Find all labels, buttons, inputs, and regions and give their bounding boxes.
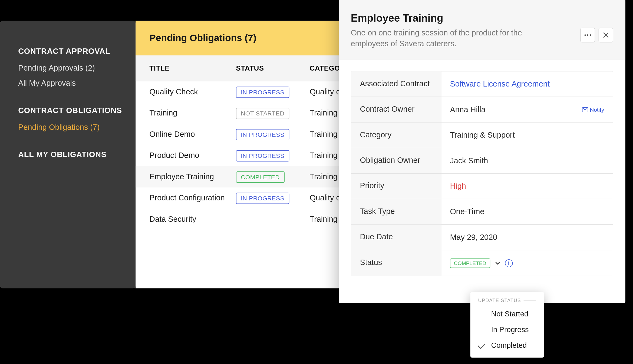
column-header-status: STATUS xyxy=(236,64,310,72)
status-badge: COMPLETED xyxy=(450,259,490,268)
detail-label: Task Type xyxy=(351,199,441,224)
detail-value: Jack Smith xyxy=(441,148,613,173)
status-badge: NOT STARTED xyxy=(236,108,289,119)
cell-status: IN PROGRESS xyxy=(236,129,310,140)
detail-row: StatusCOMPLETEDi xyxy=(351,250,613,276)
detail-value: May 29, 2020 xyxy=(441,225,613,250)
detail-row: Due DateMay 29, 2020 xyxy=(351,225,613,250)
cell-title: Quality Check xyxy=(149,87,236,97)
detail-panel: Employee Training One on one training se… xyxy=(339,0,625,303)
sidebar-section-all-my-obligations[interactable]: ALL MY OBLIGATIONS xyxy=(18,150,136,160)
sidebar-item-pending-obligations[interactable]: Pending Obligations (7) xyxy=(18,123,136,132)
close-icon xyxy=(603,32,609,38)
detail-row: Obligation OwnerJack Smith xyxy=(351,148,613,174)
cell-status: NOT STARTED xyxy=(236,108,310,119)
cell-status: IN PROGRESS xyxy=(236,150,310,161)
mail-icon xyxy=(582,107,588,112)
detail-row: PriorityHigh xyxy=(351,174,613,199)
detail-row: Task TypeOne-Time xyxy=(351,199,613,225)
status-badge: IN PROGRESS xyxy=(236,193,289,204)
detail-value: Anna HillaNotify xyxy=(441,97,613,122)
cell-title: Product Configuration xyxy=(149,194,236,203)
detail-row: Contract OwnerAnna HillaNotify xyxy=(351,97,613,123)
detail-label: Due Date xyxy=(351,225,441,250)
detail-title: Employee Training xyxy=(351,12,581,24)
detail-label: Associated Contract xyxy=(351,72,441,97)
detail-value[interactable]: Software License Agreement xyxy=(441,72,613,97)
detail-value: COMPLETEDi xyxy=(441,250,613,276)
svg-point-0 xyxy=(584,34,586,36)
status-dropdown: UPDATE STATUS Not StartedIn ProgressComp… xyxy=(470,292,544,358)
sidebar-section-contract-obligations: CONTRACT OBLIGATIONS xyxy=(18,106,136,115)
svg-point-1 xyxy=(587,34,588,36)
detail-value: High xyxy=(441,174,613,199)
sidebar-section-contract-approval: CONTRACT APPROVAL xyxy=(18,47,136,56)
info-icon[interactable]: i xyxy=(505,259,513,267)
cell-title: Training xyxy=(149,109,236,118)
priority-value: High xyxy=(450,182,466,191)
dropdown-item[interactable]: In Progress xyxy=(470,322,544,338)
cell-title: Product Demo xyxy=(149,151,236,160)
detail-table: Associated ContractSoftware License Agre… xyxy=(351,71,613,276)
detail-header: Employee Training One on one training se… xyxy=(339,0,625,60)
status-badge: COMPLETED xyxy=(236,171,285,183)
cell-title: Employee Training xyxy=(149,172,236,181)
cell-title: Data Security xyxy=(149,215,236,224)
more-icon xyxy=(584,34,591,36)
status-badge: IN PROGRESS xyxy=(236,150,289,161)
dropdown-item[interactable]: Not Started xyxy=(470,307,544,322)
sidebar-item-pending-approvals[interactable]: Pending Approvals (2) xyxy=(18,64,136,73)
detail-label: Status xyxy=(351,250,441,276)
detail-label: Contract Owner xyxy=(351,97,441,122)
detail-label: Obligation Owner xyxy=(351,148,441,173)
svg-point-2 xyxy=(590,34,591,36)
dropdown-header: UPDATE STATUS xyxy=(470,298,544,306)
notify-link[interactable]: Notify xyxy=(582,107,604,113)
detail-row: CategoryTraining & Support xyxy=(351,123,613,148)
detail-row: Associated ContractSoftware License Agre… xyxy=(351,72,613,97)
chevron-down-icon[interactable] xyxy=(494,260,500,266)
cell-title: Online Demo xyxy=(149,130,236,139)
cell-status: IN PROGRESS xyxy=(236,86,310,98)
close-button[interactable] xyxy=(599,28,613,42)
detail-value: One-Time xyxy=(441,199,613,224)
status-badge: IN PROGRESS xyxy=(236,129,289,140)
detail-value: Training & Support xyxy=(441,123,613,148)
detail-description: One on one training session of the produ… xyxy=(351,28,537,49)
cell-status: IN PROGRESS xyxy=(236,193,310,204)
detail-label: Priority xyxy=(351,174,441,199)
more-button[interactable] xyxy=(580,28,595,42)
detail-label: Category xyxy=(351,123,441,148)
dropdown-item[interactable]: Completed xyxy=(470,338,544,353)
sidebar-item-all-my-approvals[interactable]: All My Approvals xyxy=(18,79,136,88)
status-badge: IN PROGRESS xyxy=(236,86,289,98)
cell-status: COMPLETED xyxy=(236,171,310,183)
column-header-title: TITLE xyxy=(149,64,236,72)
sidebar: CONTRACT APPROVAL Pending Approvals (2) … xyxy=(0,21,136,288)
